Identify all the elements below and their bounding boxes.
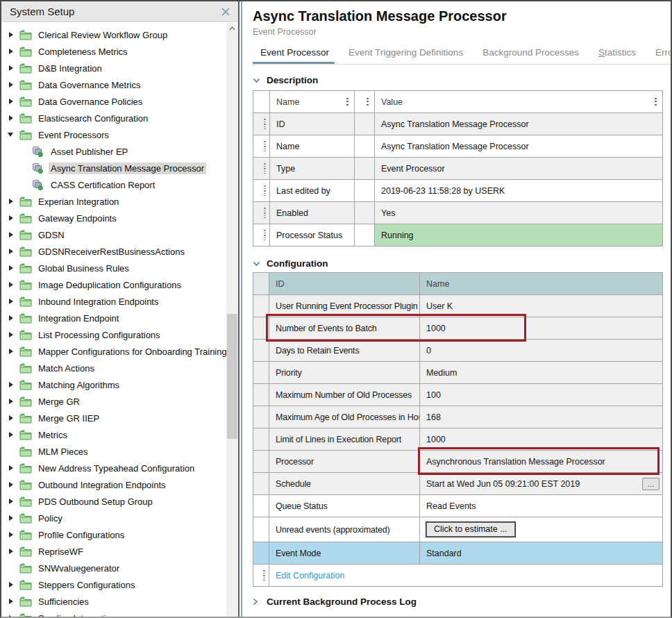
configuration-row-limit-of-lines-in-execution-report[interactable]: Limit of Lines in Execution Report1000 — [253, 428, 663, 451]
tree-item-asset-publisher-ep[interactable]: Asset Publisher EP — [1, 143, 238, 160]
tree-expand-arrow-icon[interactable] — [7, 229, 19, 240]
tree-expand-arrow-icon[interactable] — [7, 512, 19, 524]
tree-item-pds-outbound-setup-group[interactable]: PDS Outbound Setup Group — [1, 493, 238, 510]
description-row-last-edited-by[interactable]: Last edited by2019-06-23 11:58:28 by USE… — [253, 180, 663, 202]
tree-item-data-governance-policies[interactable]: Data Governance Policies — [1, 93, 238, 110]
tree-expand-arrow-icon[interactable] — [7, 329, 19, 340]
description-row-processor-status[interactable]: Processor StatusRunning — [253, 224, 663, 247]
tree-expand-arrow-icon[interactable] — [7, 29, 19, 40]
tab-event-processor[interactable]: Event Processor — [260, 47, 329, 64]
tree-item-gdsn[interactable]: GDSN — [1, 226, 238, 243]
tree-item-d-b-integration[interactable]: D&B Integration — [1, 60, 238, 76]
tree-item-policy[interactable]: Policy — [1, 510, 238, 526]
row-drag-handle-icon[interactable] — [253, 224, 270, 247]
tree-item-gdsnreceiverrestbusinessactions[interactable]: GDSNReceiverRestBusinessActions — [1, 243, 238, 260]
tab-event-triggering-definitions[interactable]: Event Triggering Definitions — [348, 47, 463, 64]
tree-item-new-address-typeahead-configuration[interactable]: New Address Typeahead Configuration — [1, 460, 238, 476]
edit-configuration-link[interactable]: Edit Configuration — [276, 571, 344, 581]
tree-item-integration-endpoint[interactable]: Integration Endpoint — [1, 310, 238, 326]
tree-item-list-processing-configurations[interactable]: List Processing Configurations — [1, 326, 238, 343]
background-process-log-section-header[interactable]: Current Background Process Log — [253, 596, 671, 607]
configuration-row-maximum-age-of-old-processes-in-hours[interactable]: Maximum Age of Old Processes in Hours168 — [253, 406, 663, 428]
column-header-id[interactable]: ID — [269, 273, 420, 295]
tree-expand-arrow-icon[interactable] — [7, 546, 19, 557]
tree-expand-arrow-icon[interactable] — [7, 79, 19, 90]
tree-expand-arrow-icon[interactable] — [7, 479, 19, 490]
tree-expand-arrow-icon[interactable] — [7, 379, 19, 390]
tree-expand-arrow-icon[interactable] — [7, 212, 19, 224]
tree-item-snwvaluegenerator[interactable]: SNWvaluegenerator — [1, 560, 238, 576]
tree-item-profile-configurations[interactable]: Profile Configurations — [1, 526, 238, 543]
scrollbar-thumb[interactable] — [227, 314, 237, 439]
tree-expand-arrow-icon[interactable] — [7, 346, 19, 357]
column-header-name[interactable]: Name — [270, 91, 355, 113]
tree-item-metrics[interactable]: Metrics — [1, 426, 238, 443]
configuration-row-priority[interactable]: PriorityMedium — [253, 362, 663, 384]
tree-item-outbound-integration-endpoints[interactable]: Outbound Integration Endpoints — [1, 476, 238, 493]
tree-expand-arrow-icon[interactable] — [7, 279, 19, 290]
description-section-header[interactable]: Description — [253, 75, 671, 85]
tree-item-elasticsearch-configuration[interactable]: Elasticsearch Configuration — [1, 110, 238, 126]
tree-item-gateway-endpoints[interactable]: Gateway Endpoints — [1, 210, 238, 226]
description-row-id[interactable]: IDAsync Translation Message Processor — [253, 113, 663, 135]
tree-scrollbar[interactable] — [226, 23, 238, 617]
tree-expand-arrow-icon[interactable] — [7, 612, 19, 617]
description-row-type[interactable]: TypeEvent Processor — [253, 158, 663, 180]
tree-expand-arrow-icon[interactable] — [7, 396, 19, 407]
tree-item-global-business-rules[interactable]: Global Business Rules — [1, 260, 238, 276]
tree-expand-arrow-icon[interactable] — [7, 262, 19, 274]
description-row-enabled[interactable]: EnabledYes — [253, 202, 663, 224]
tree-item-merge-gr-iiep[interactable]: Merge GR IIEP — [1, 410, 238, 426]
tree-item-merge-gr[interactable]: Merge GR — [1, 393, 238, 410]
tree-expand-arrow-icon[interactable] — [7, 62, 19, 74]
configuration-section-header[interactable]: Configuration — [253, 258, 671, 269]
configuration-row-event-mode[interactable]: Event ModeStandard — [253, 542, 663, 565]
description-row-name[interactable]: NameAsync Translation Message Processor — [253, 135, 663, 158]
tree-expand-arrow-icon[interactable] — [7, 312, 19, 324]
tree-expand-arrow-icon[interactable] — [7, 496, 19, 507]
configuration-row-number-of-events-to-batch[interactable]: Number of Events to Batch1000 — [253, 317, 663, 340]
tree-item-syndigo-integrations[interactable]: Syndigo Integrations — [1, 610, 238, 617]
scrollbar-up-icon[interactable] — [226, 23, 238, 34]
configuration-row-schedule[interactable]: ScheduleStart at Wed Jun 05 09:21:00 EST… — [253, 473, 663, 495]
column-header-name[interactable]: Name — [420, 273, 663, 295]
click-to-estimate-button[interactable]: Click to estimate ... — [426, 522, 515, 537]
tree-expand-arrow-icon[interactable] — [7, 296, 19, 307]
tree-item-match-actions[interactable]: Match Actions — [1, 360, 238, 376]
tree-item-steppers-configurations[interactable]: Steppers Configurations — [1, 576, 238, 593]
tree-expand-arrow-icon[interactable] — [7, 596, 19, 607]
tab-background-processes[interactable]: Background Processes — [482, 47, 579, 64]
tree-item-inbound-integration-endpoints[interactable]: Inbound Integration Endpoints — [1, 293, 238, 310]
column-menu-icon[interactable] — [367, 98, 369, 106]
column-menu-icon[interactable] — [655, 98, 657, 106]
tree-item-mapper-configurations-for-onboarding-training[interactable]: Mapper Configurations for Onboarding Tra… — [1, 343, 238, 360]
tree-item-image-deduplication-configurations[interactable]: Image Deduplication Configurations — [1, 276, 238, 293]
row-drag-handle-icon[interactable] — [253, 113, 270, 135]
tree-item-mlm-pieces[interactable]: MLM Pieces — [1, 443, 238, 460]
tree-expand-arrow-icon[interactable] — [7, 529, 19, 540]
row-drag-handle-icon[interactable] — [253, 565, 269, 587]
configuration-row-user-running-event-processor-plugin[interactable]: User Running Event Processor PluginUser … — [253, 295, 663, 317]
tree-item-matching-algorithms[interactable]: Matching Algorithms — [1, 376, 238, 393]
configuration-row-maximum-number-of-old-processes[interactable]: Maximum Number of Old Processes100 — [253, 384, 663, 406]
tree-item-experian-integration[interactable]: Experian Integration — [1, 193, 238, 210]
close-icon[interactable] — [219, 6, 232, 18]
schedule-ellipsis-button[interactable]: ... — [642, 478, 660, 490]
tree-item-event-processors[interactable]: Event Processors — [1, 126, 238, 143]
tree-item-data-governance-metrics[interactable]: Data Governance Metrics — [1, 76, 238, 93]
tree-expand-arrow-icon[interactable] — [7, 112, 19, 124]
tree-expand-arrow-icon[interactable] — [7, 46, 19, 57]
configuration-row-processor[interactable]: ProcessorAsynchronous Translation Messag… — [253, 451, 663, 473]
tree-item-async-translation-message-processor[interactable]: Async Translation Message Processor — [1, 160, 238, 176]
column-header-spacer[interactable] — [355, 91, 375, 113]
tree-expand-arrow-icon[interactable] — [7, 246, 19, 257]
tree-expand-arrow-icon[interactable] — [7, 96, 19, 107]
row-drag-handle-icon[interactable] — [253, 202, 270, 224]
tree-item-sufficiencies[interactable]: Sufficiencies — [1, 593, 238, 610]
tree-item-clerical-review-workflow-group[interactable]: Clerical Review Workflow Group — [1, 26, 238, 43]
tree-collapse-arrow-icon[interactable] — [7, 129, 19, 140]
tree-item-completeness-metrics[interactable]: Completeness Metrics — [1, 43, 238, 60]
tree-expand-arrow-icon[interactable] — [7, 579, 19, 590]
row-drag-handle-icon[interactable] — [253, 135, 270, 158]
row-drag-handle-icon[interactable] — [253, 158, 270, 180]
